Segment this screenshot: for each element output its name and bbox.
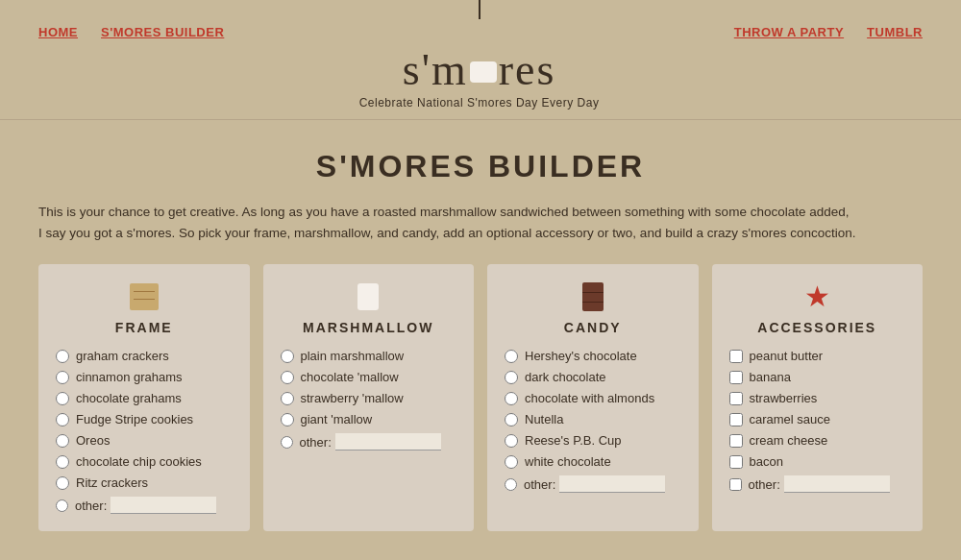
accessories-icon-area: ★ xyxy=(729,280,906,314)
candy-options: Hershey's chocolate dark chocolate choco… xyxy=(505,349,681,469)
accessory-label-3[interactable]: caramel sauce xyxy=(750,412,831,426)
list-item: cream cheese xyxy=(729,433,906,448)
frame-radio-5[interactable] xyxy=(56,455,69,469)
marshmallow-label-3[interactable]: giant 'mallow xyxy=(301,412,373,426)
list-item: banana xyxy=(729,370,906,384)
frame-other-input[interactable] xyxy=(111,497,216,514)
marshmallow-label-0[interactable]: plain marshmallow xyxy=(301,349,405,363)
candy-radio-3[interactable] xyxy=(505,413,518,426)
frame-radio-6[interactable] xyxy=(56,476,69,490)
nav-home[interactable]: HOME xyxy=(38,25,78,39)
list-item: chocolate chip cookies xyxy=(56,454,233,469)
accessory-other-checkbox[interactable] xyxy=(729,478,742,491)
nav-right: THROW A PARTY TUMBLR xyxy=(734,17,923,39)
candy-radio-4[interactable] xyxy=(505,434,518,448)
marshmallow-radio-0[interactable] xyxy=(281,350,294,363)
list-item: graham crackers xyxy=(56,349,233,363)
list-item: chocolate with almonds xyxy=(505,391,681,405)
accessory-label-0[interactable]: peanut butter xyxy=(750,349,824,363)
list-item: Reese's P.B. Cup xyxy=(505,433,681,448)
candy-other-radio[interactable] xyxy=(505,478,517,491)
accessory-label-4[interactable]: cream cheese xyxy=(750,433,828,448)
frame-radio-1[interactable] xyxy=(56,371,69,384)
candy-label-1[interactable]: dark chocolate xyxy=(525,370,606,384)
candy-other-label[interactable]: other: xyxy=(524,477,555,492)
marshmallow-radio-2[interactable] xyxy=(281,392,294,405)
nav-tumblr[interactable]: TUMBLR xyxy=(867,25,923,39)
list-item: Nutella xyxy=(505,412,681,426)
builder-columns: FRAME graham crackers cinnamon grahams c… xyxy=(38,264,923,531)
cracker-icon xyxy=(130,283,159,310)
frame-label-1[interactable]: cinnamon grahams xyxy=(76,370,183,384)
column-candy: CANDY Hershey's chocolate dark chocolate… xyxy=(487,264,699,531)
list-item: Hershey's chocolate xyxy=(505,349,681,363)
list-item: chocolate 'mallow xyxy=(281,370,457,384)
frame-other-radio[interactable] xyxy=(56,499,68,512)
accessory-checkbox-3[interactable] xyxy=(729,413,743,426)
marshmallow-label-2[interactable]: strawberry 'mallow xyxy=(301,391,404,405)
list-item: caramel sauce xyxy=(729,412,906,426)
page-title: S'MORES BUILDER xyxy=(38,149,923,184)
frame-radio-0[interactable] xyxy=(56,350,69,363)
candy-label-5[interactable]: white chocolate xyxy=(525,454,611,469)
list-item: dark chocolate xyxy=(505,370,681,384)
frame-other-row: other: xyxy=(56,497,233,514)
list-item: cinnamon grahams xyxy=(56,370,233,384)
list-item: chocolate grahams xyxy=(56,391,233,405)
accessory-other-label[interactable]: other: xyxy=(749,477,780,492)
list-item: plain marshmallow xyxy=(281,349,457,363)
frame-other-label[interactable]: other: xyxy=(75,499,107,513)
frame-radio-3[interactable] xyxy=(56,413,69,426)
marshmallow-radio-3[interactable] xyxy=(281,413,294,426)
candy-label-4[interactable]: Reese's P.B. Cup xyxy=(525,433,622,448)
logo-title: s'mres xyxy=(224,48,733,92)
frame-heading: FRAME xyxy=(56,320,233,335)
description: This is your chance to get creative. As … xyxy=(38,202,903,243)
accessories-options: peanut butter banana strawberries carame… xyxy=(729,349,906,469)
accessory-checkbox-4[interactable] xyxy=(729,434,743,448)
marshmallow-icon xyxy=(357,283,379,310)
marshmallow-radio-1[interactable] xyxy=(281,371,294,384)
nav-left: HOME S'MORES BUILDER xyxy=(38,17,224,39)
logo-area: s'mres Celebrate National S'mores Day Ev… xyxy=(224,17,733,110)
candy-radio-2[interactable] xyxy=(505,392,518,405)
frame-label-4[interactable]: Oreos xyxy=(76,433,110,448)
accessory-label-1[interactable]: banana xyxy=(750,370,791,384)
frame-radio-4[interactable] xyxy=(56,434,69,448)
frame-label-2[interactable]: chocolate grahams xyxy=(76,391,182,405)
candy-radio-0[interactable] xyxy=(505,350,518,363)
marshmallow-other-radio[interactable] xyxy=(281,436,293,449)
accessory-label-2[interactable]: strawberries xyxy=(750,391,818,405)
candy-radio-1[interactable] xyxy=(505,371,518,384)
list-item: bacon xyxy=(729,454,906,469)
candy-label-3[interactable]: Nutella xyxy=(525,412,563,426)
accessory-checkbox-2[interactable] xyxy=(729,392,743,405)
marshmallow-icon-area xyxy=(281,280,457,314)
list-item: Oreos xyxy=(56,433,233,448)
accessories-other-row: other: xyxy=(729,475,906,493)
nav-throw-party[interactable]: THROW A PARTY xyxy=(734,25,844,39)
candy-other-input[interactable] xyxy=(559,475,665,493)
marshmallow-other-label[interactable]: other: xyxy=(300,435,332,450)
nav-smores-builder[interactable]: S'MORES BUILDER xyxy=(101,25,224,39)
marshmallow-other-input[interactable] xyxy=(335,433,441,450)
column-marshmallow: MARSHMALLOW plain marshmallow chocolate … xyxy=(263,264,475,531)
frame-radio-2[interactable] xyxy=(56,392,69,405)
frame-label-0[interactable]: graham crackers xyxy=(76,349,169,363)
frame-label-6[interactable]: Ritz crackers xyxy=(76,475,148,490)
frame-label-3[interactable]: Fudge Stripe cookies xyxy=(76,412,193,426)
accessory-label-5[interactable]: bacon xyxy=(750,454,783,469)
accessory-checkbox-0[interactable] xyxy=(729,350,743,363)
candy-label-0[interactable]: Hershey's chocolate xyxy=(525,349,637,363)
accessory-checkbox-1[interactable] xyxy=(729,371,743,384)
frame-icon-area xyxy=(56,280,233,314)
marshmallow-label-1[interactable]: chocolate 'mallow xyxy=(301,370,399,384)
candy-label-2[interactable]: chocolate with almonds xyxy=(525,391,654,405)
logo-marshmallow-icon xyxy=(470,61,497,83)
list-item: giant 'mallow xyxy=(281,412,457,426)
accessories-heading: ACCESSORIES xyxy=(729,320,906,335)
accessory-checkbox-5[interactable] xyxy=(729,455,743,469)
frame-label-5[interactable]: chocolate chip cookies xyxy=(76,454,202,469)
accessory-other-input[interactable] xyxy=(784,475,890,493)
candy-radio-5[interactable] xyxy=(505,455,518,469)
